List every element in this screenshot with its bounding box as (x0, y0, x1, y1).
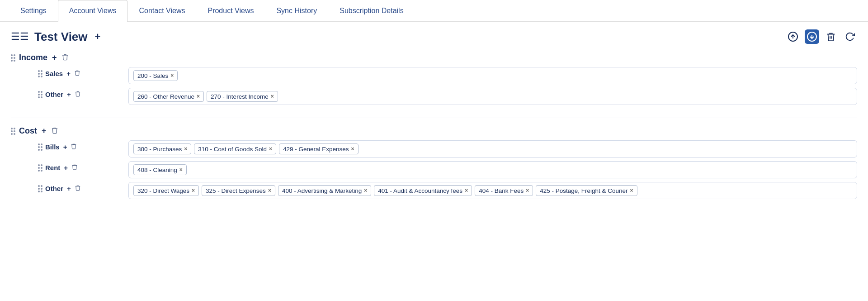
section-cost: Cost + Bills + (11, 126, 857, 199)
tab-contact-views[interactable]: Contact Views (127, 0, 196, 21)
remove-tag-404[interactable]: × (526, 188, 529, 193)
remove-tag-429[interactable]: × (351, 146, 354, 152)
remove-tag-310[interactable]: × (269, 146, 272, 152)
add-view-button[interactable]: + (93, 31, 103, 43)
tab-account-views[interactable]: Account Views (58, 0, 128, 22)
tag-270-interest-income: 270 - Interest Income × (207, 91, 278, 102)
sales-tags: 200 - Sales × (128, 67, 857, 84)
add-other-cost-tag-button[interactable]: + (66, 185, 72, 192)
tab-settings[interactable]: Settings (9, 0, 58, 21)
add-rent-tag-button[interactable]: + (63, 164, 69, 172)
remove-tag-325[interactable]: × (268, 188, 271, 193)
add-other-income-tag-button[interactable]: + (66, 91, 72, 98)
subsection-other-income: Other + 260 - Other Revenue × 270 - Inte… (11, 88, 857, 105)
delete-cost-button[interactable] (51, 127, 58, 135)
remove-tag-401[interactable]: × (465, 188, 468, 193)
tag-425-postage: 425 - Postage, Freight & Courier × (536, 185, 637, 196)
drag-handle-income[interactable] (11, 54, 15, 62)
tag-200-sales: 200 - Sales × (133, 70, 178, 81)
tag-401-audit: 401 - Audit & Accountancy fees × (374, 185, 472, 196)
download-button[interactable] (805, 29, 819, 44)
subsection-bills-label: Bills (45, 143, 60, 151)
remove-tag-408[interactable]: × (179, 167, 183, 172)
title-actions (786, 29, 857, 44)
delete-rent-button[interactable] (71, 164, 78, 172)
subsection-rent-label: Rent (45, 164, 60, 172)
rent-tags: 408 - Cleaning × (128, 161, 857, 178)
remove-tag-320[interactable]: × (192, 188, 195, 193)
tag-260-other-revenue: 260 - Other Revenue × (133, 91, 204, 102)
remove-tag-425[interactable]: × (630, 188, 633, 193)
subsection-rent: Rent + 408 - Cleaning × (11, 161, 857, 178)
delete-bills-button[interactable] (71, 143, 77, 151)
delete-income-button[interactable] (61, 53, 69, 62)
refresh-button[interactable] (843, 29, 857, 44)
other-income-tags: 260 - Other Revenue × 270 - Interest Inc… (128, 88, 857, 105)
subsection-bills: Bills + 300 - Purchases × 310 - Cost of … (11, 140, 857, 158)
delete-sales-button[interactable] (74, 70, 80, 77)
tag-310-cogs: 310 - Cost of Goods Sold × (194, 143, 276, 154)
bills-tags: 300 - Purchases × 310 - Cost of Goods So… (128, 140, 857, 158)
tag-429-general-expenses: 429 - General Expenses × (279, 143, 359, 154)
remove-tag-200-sales[interactable]: × (170, 73, 174, 78)
subsection-other-cost-label: Other (45, 185, 63, 192)
section-cost-title: Cost (19, 126, 37, 136)
drag-handle-sales[interactable] (38, 70, 42, 77)
remove-tag-400[interactable]: × (364, 188, 367, 193)
tag-400-advertising: 400 - Advertising & Marketing × (278, 185, 371, 196)
drag-handle-bills[interactable] (38, 143, 42, 151)
tab-subscription-details[interactable]: Subscription Details (328, 0, 415, 21)
delete-other-income-button[interactable] (75, 91, 81, 98)
add-sales-tag-button[interactable]: + (66, 70, 71, 77)
add-bills-tag-button[interactable]: + (62, 143, 68, 151)
add-income-group-button[interactable]: + (51, 53, 58, 62)
tag-404-bank-fees: 404 - Bank Fees × (475, 185, 533, 196)
section-income: Income + Sales + (11, 53, 857, 105)
section-income-title: Income (19, 53, 47, 62)
subsection-other-income-label: Other (45, 91, 63, 98)
remove-tag-300[interactable]: × (184, 146, 187, 152)
drag-handle-cost[interactable] (11, 128, 15, 135)
tag-320-direct-wages: 320 - Direct Wages × (133, 185, 199, 196)
page-title: Test View (34, 30, 88, 44)
upload-button[interactable] (786, 29, 800, 44)
subsection-sales-label: Sales (45, 70, 63, 77)
tag-408-cleaning: 408 - Cleaning × (133, 164, 187, 175)
section-divider (11, 118, 857, 118)
other-cost-tags: 320 - Direct Wages × 325 - Direct Expens… (128, 182, 857, 199)
drag-handle-other-income[interactable] (38, 91, 42, 98)
tabs-bar: Settings Account Views Contact Views Pro… (0, 0, 868, 22)
drag-handle-rent[interactable] (38, 164, 42, 172)
tag-300-purchases: 300 - Purchases × (133, 143, 191, 154)
subsection-other-cost: Other + 320 - Direct Wages × 325 - Direc… (11, 182, 857, 199)
remove-tag-270[interactable]: × (271, 94, 274, 99)
delete-view-button[interactable] (824, 29, 838, 44)
remove-tag-260[interactable]: × (197, 94, 200, 99)
tab-product-views[interactable]: Product Views (196, 0, 265, 21)
add-cost-group-button[interactable]: + (41, 126, 47, 136)
delete-other-cost-button[interactable] (75, 185, 81, 192)
tab-sync-history[interactable]: Sync History (265, 0, 328, 21)
list-icon: ☰☰ (11, 31, 29, 43)
drag-handle-other-cost[interactable] (38, 185, 42, 192)
tag-325-direct-expenses: 325 - Direct Expenses × (202, 185, 275, 196)
subsection-sales: Sales + 200 - Sales × (11, 67, 857, 84)
